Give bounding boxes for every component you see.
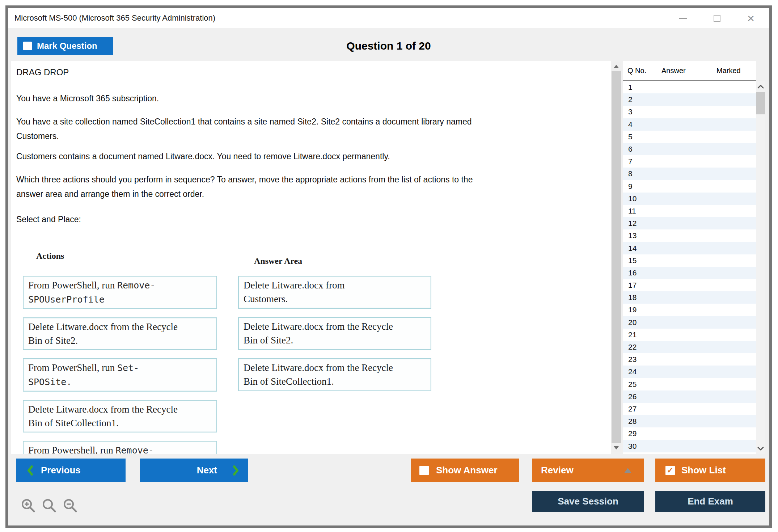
question-list-row[interactable]: 13 <box>623 229 756 242</box>
question-list-row[interactable]: 28 <box>623 415 756 427</box>
row-question-number: 29 <box>623 429 661 438</box>
question-list-row[interactable]: 10 <box>623 193 756 205</box>
question-list-row[interactable]: 5 <box>623 131 756 143</box>
scroll-down-icon <box>614 446 619 449</box>
maximize-button[interactable] <box>711 13 722 24</box>
content-scrollbar[interactable] <box>612 62 621 452</box>
row-question-number: 23 <box>623 355 661 364</box>
action-item[interactable]: Delete Litware.docx from the RecycleBin … <box>23 400 217 432</box>
question-paragraph: You have a site collection named SiteCol… <box>16 114 472 143</box>
previous-button[interactable]: Previous <box>16 459 126 482</box>
row-question-number: 14 <box>623 244 661 253</box>
show-answer-checkbox[interactable] <box>419 466 429 475</box>
question-list-row[interactable]: 19 <box>623 304 756 316</box>
question-list-row[interactable]: 23 <box>623 353 756 366</box>
show-list-label: Show List <box>681 465 726 476</box>
action-item[interactable]: From Powershell, run Remove- <box>23 441 217 454</box>
row-question-number: 28 <box>623 417 661 426</box>
question-list-row[interactable]: 21 <box>623 329 756 341</box>
question-list-row[interactable]: 22 <box>623 341 756 353</box>
list-scroll-up-button[interactable] <box>757 81 764 92</box>
question-list-row[interactable]: 7 <box>623 155 756 168</box>
minimize-button[interactable] <box>677 13 688 24</box>
question-list-row[interactable]: 4 <box>623 118 756 131</box>
close-button[interactable]: × <box>745 13 756 24</box>
row-question-number: 6 <box>623 145 661 153</box>
question-list-header: Q No. Answer Marked <box>623 61 756 81</box>
question-list-row[interactable]: 2 <box>623 93 756 106</box>
next-button[interactable]: Next <box>140 459 248 482</box>
checkmark-icon: ✓ <box>667 466 673 474</box>
row-question-number: 3 <box>623 107 661 116</box>
question-list-row[interactable]: 3 <box>623 106 756 118</box>
question-list-row[interactable]: 11 <box>623 205 756 217</box>
row-question-number: 12 <box>623 219 661 228</box>
question-type-label: DRAG DROP <box>16 67 69 77</box>
question-list-row[interactable]: 26 <box>623 390 756 403</box>
answer-slot[interactable]: Delete Litware.docx from the RecycleBin … <box>238 358 431 391</box>
row-question-number: 27 <box>623 405 661 413</box>
show-list-checkbox[interactable]: ✓ <box>665 466 675 475</box>
question-list-row[interactable]: 25 <box>623 378 756 390</box>
list-scrollbar-thumb[interactable] <box>756 92 765 114</box>
question-list-row[interactable]: 14 <box>623 242 756 254</box>
row-question-number: 21 <box>623 330 661 339</box>
scroll-up-button[interactable] <box>612 62 621 71</box>
row-question-number: 7 <box>623 157 661 166</box>
question-paragraph: Select and Place: <box>16 212 81 227</box>
actions-list: From PowerShell, run Remove-SPOUserProfi… <box>23 276 217 454</box>
row-question-number: 8 <box>623 169 661 178</box>
action-item[interactable]: Delete Litware.docx from the RecycleBin … <box>23 317 217 350</box>
next-label: Next <box>197 465 217 476</box>
question-list-row[interactable]: 15 <box>623 254 756 267</box>
question-list-row[interactable]: 29 <box>623 427 756 440</box>
scroll-up-icon <box>614 65 619 68</box>
question-list-row[interactable]: 24 <box>623 366 756 378</box>
question-list-row[interactable]: 30 <box>623 440 756 452</box>
row-question-number: 25 <box>623 380 661 389</box>
question-list-row[interactable]: 8 <box>623 168 756 180</box>
content-scrollbar-thumb[interactable] <box>612 71 621 443</box>
question-list-row[interactable]: 16 <box>623 267 756 279</box>
question-list-scrollbar[interactable] <box>756 81 765 454</box>
show-list-button[interactable]: ✓ Show List <box>655 459 765 482</box>
row-question-number: 15 <box>623 256 661 265</box>
row-question-number: 24 <box>623 367 661 376</box>
row-question-number: 9 <box>623 182 661 191</box>
column-header-marked: Marked <box>716 67 756 75</box>
zoom-in-icon[interactable] <box>20 498 36 514</box>
answer-slot[interactable]: Delete Litware.docx fromCustomers. <box>238 276 431 309</box>
action-item[interactable]: From PowerShell, run Remove-SPOUserProfi… <box>23 276 217 309</box>
question-list-row[interactable]: 17 <box>623 279 756 291</box>
list-scroll-down-button[interactable] <box>757 443 764 454</box>
question-list-row[interactable]: 6 <box>623 143 756 155</box>
question-panel: DRAG DROP You have a Microsoft 365 subsc… <box>11 61 611 454</box>
question-list-row[interactable]: 1 <box>623 81 756 93</box>
question-list-row[interactable]: 9 <box>623 180 756 193</box>
previous-label: Previous <box>41 465 81 476</box>
maximize-icon <box>714 15 720 22</box>
show-answer-button[interactable]: Show Answer <box>411 459 519 482</box>
question-counter: Question 1 of 20 <box>8 37 769 55</box>
question-list-row[interactable]: 18 <box>623 291 756 304</box>
row-question-number: 1 <box>623 83 661 92</box>
end-exam-button[interactable]: End Exam <box>655 491 765 512</box>
row-question-number: 4 <box>623 120 661 129</box>
answer-slot[interactable]: Delete Litware.docx from the RecycleBin … <box>238 317 431 350</box>
zoom-reset-icon[interactable] <box>41 498 57 514</box>
action-item[interactable]: From PowerShell, run Set-SPOSite. <box>23 358 217 392</box>
question-list-rows: 1234567891011121314151617181920212223242… <box>623 81 756 452</box>
review-button[interactable]: Review <box>532 459 644 482</box>
question-list-row[interactable]: 27 <box>623 403 756 415</box>
zoom-tools <box>20 498 78 514</box>
question-list-row[interactable]: 20 <box>623 316 756 329</box>
save-session-button[interactable]: Save Session <box>532 491 644 512</box>
row-question-number: 30 <box>623 442 661 451</box>
window-controls: × <box>677 8 756 28</box>
answer-area-label: Answer Area <box>254 256 302 266</box>
chevron-right-icon <box>232 465 240 476</box>
zoom-out-icon[interactable] <box>62 498 78 514</box>
scroll-down-button[interactable] <box>612 443 621 452</box>
question-list-row[interactable]: 12 <box>623 217 756 229</box>
row-question-number: 17 <box>623 281 661 290</box>
